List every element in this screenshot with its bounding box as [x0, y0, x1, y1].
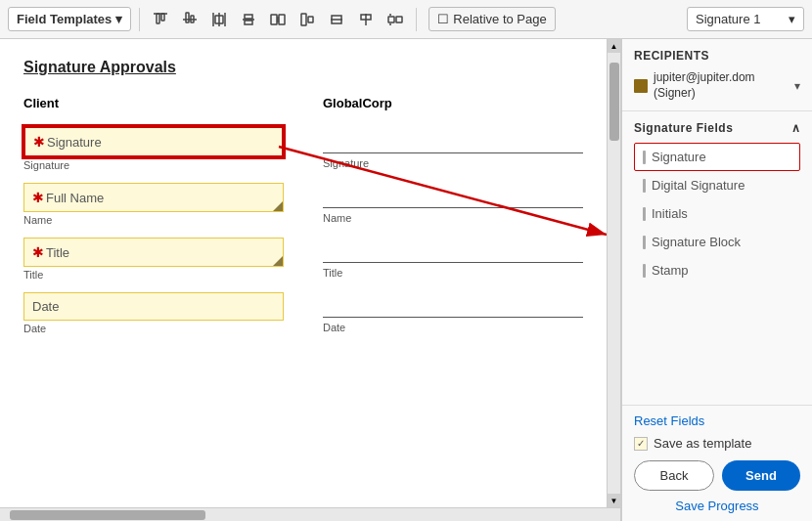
toolbar-icon-3[interactable] [206, 8, 232, 31]
sig-field-initials-label: Initials [652, 206, 688, 221]
back-button[interactable]: Back [634, 460, 714, 491]
toolbar-icon-5[interactable] [265, 8, 291, 31]
client-title-group: ✱ Title Title [23, 238, 284, 281]
svg-rect-16 [301, 14, 306, 25]
client-col-title: Client [23, 96, 284, 110]
relative-to-page-label: Relative to Page [453, 12, 546, 26]
client-name-group: ✱ Full Name Name [23, 183, 284, 226]
save-template-checkbox[interactable]: ✓ [634, 437, 648, 451]
recipient-role: (Signer) [654, 86, 789, 102]
scroll-thumb[interactable] [609, 63, 619, 141]
sig-field-stamp[interactable]: Stamp [634, 256, 800, 284]
vertical-scrollbar[interactable]: ▲ ▼ [607, 39, 620, 507]
gc-signature-label: Signature [323, 157, 583, 169]
client-date-value: Date [32, 299, 59, 314]
horizontal-scrollbar[interactable] [0, 507, 620, 521]
sig-field-stamp-label: Stamp [652, 263, 689, 278]
client-signature-field[interactable]: ✱ Signature [23, 126, 284, 157]
gc-name-group: Name [323, 181, 583, 224]
client-signature-label: Signature [23, 159, 284, 171]
client-signature-group: ✱ Signature Signature [23, 126, 284, 171]
divider2 [416, 8, 417, 31]
client-name-value: Full Name [46, 191, 104, 205]
drag-handle3 [643, 207, 646, 221]
collapse-icon[interactable]: ∧ [791, 121, 801, 135]
drag-handle [643, 151, 646, 164]
toolbar-icon-1[interactable] [148, 8, 173, 31]
save-template-label: Save as template [654, 436, 751, 451]
toolbar-icon-9[interactable] [383, 8, 408, 31]
drag-handle5 [643, 264, 646, 278]
toolbar-icon-7[interactable] [324, 8, 349, 31]
signature-fields-section: Signature Fields ∧ Signature Digital Sig… [622, 111, 812, 405]
h-scroll-thumb[interactable] [10, 510, 205, 520]
client-signature-value: Signature [47, 135, 102, 150]
signature-dropdown[interactable]: Signature 1 ▾ [687, 7, 804, 31]
recipients-section: RECIPIENTS jupiter@jupiter.dom (Signer) … [622, 39, 812, 111]
sig-field-digital[interactable]: Digital Signature [634, 171, 800, 199]
scroll-up-btn[interactable]: ▲ [608, 39, 620, 53]
recipient-email: jupiter@jupiter.dom [654, 70, 789, 86]
recipient-avatar [634, 79, 648, 93]
recipients-header: RECIPIENTS [634, 49, 800, 63]
svg-rect-12 [245, 21, 252, 24]
sig-field-signature-label: Signature [652, 150, 706, 164]
document-columns: Client ✱ Signature Signature [23, 96, 583, 346]
save-template-row: ✓ Save as template [634, 436, 800, 451]
toolbar-icon-8[interactable] [353, 8, 379, 31]
sig-field-block-label: Signature Block [652, 235, 741, 249]
scroll-track [608, 53, 620, 494]
scroll-down-btn[interactable]: ▼ [608, 494, 620, 507]
svg-rect-2 [161, 14, 164, 21]
svg-rect-13 [271, 15, 277, 24]
field-templates-label: Field Templates [17, 12, 112, 26]
send-button[interactable]: Send [722, 460, 800, 491]
svg-rect-3 [186, 13, 189, 22]
gc-date-group: Date [323, 290, 583, 333]
client-date-group: Date Date [23, 292, 284, 334]
recipients-title: RECIPIENTS [634, 49, 709, 63]
document-scroll[interactable]: Signature Approvals Client ✱ Signature S… [0, 39, 607, 507]
recipient-expand-icon[interactable]: ▾ [794, 79, 800, 93]
sig-field-block[interactable]: Signature Block [634, 228, 800, 256]
toolbar-icon-4[interactable] [236, 8, 261, 31]
svg-rect-23 [396, 17, 402, 22]
page-icon: ☐ [437, 12, 449, 26]
save-progress-link[interactable]: Save Progress [634, 499, 800, 513]
sig-field-digital-label: Digital Signature [652, 178, 744, 193]
checkbox-icon: ✓ [637, 438, 645, 449]
required-star2: ✱ [32, 190, 44, 205]
svg-rect-11 [245, 15, 252, 19]
signature-dropdown-label: Signature 1 [696, 12, 761, 26]
gc-date-label: Date [323, 322, 583, 333]
client-title-field[interactable]: ✱ Title [23, 238, 284, 267]
signature-fields-header: Signature Fields ∧ [634, 121, 800, 135]
globalcorp-col-title: GlobalCorp [323, 96, 583, 110]
gc-title-label: Title [323, 267, 583, 279]
field-templates-button[interactable]: Field Templates ▾ [8, 7, 131, 31]
client-column: Client ✱ Signature Signature [23, 96, 284, 346]
svg-rect-22 [388, 17, 394, 22]
sig-field-signature[interactable]: Signature [634, 143, 800, 171]
right-panel: RECIPIENTS jupiter@jupiter.dom (Signer) … [621, 39, 812, 521]
recipient-row: jupiter@jupiter.dom (Signer) ▾ [634, 70, 800, 101]
gc-date-field [323, 290, 583, 318]
toolbar-icon-6[interactable] [294, 8, 320, 31]
signature-dropdown-arrow: ▾ [789, 12, 795, 26]
sig-field-initials[interactable]: Initials [634, 199, 800, 228]
drag-handle2 [643, 179, 646, 193]
gc-signature-group: Signature [323, 126, 583, 169]
reset-fields-link[interactable]: Reset Fields [634, 413, 800, 428]
client-name-field[interactable]: ✱ Full Name [23, 183, 284, 212]
client-date-label: Date [23, 323, 284, 334]
drag-handle4 [643, 236, 646, 249]
gc-name-field [323, 181, 583, 208]
client-date-field[interactable]: Date [23, 292, 284, 321]
required-star: ✱ [33, 134, 45, 150]
relative-to-page-button[interactable]: ☐ Relative to Page [429, 7, 555, 31]
corner-marker2 [273, 256, 283, 266]
document-area: Signature Approvals Client ✱ Signature S… [0, 39, 621, 521]
gc-signature-field [323, 126, 583, 153]
divider1 [139, 8, 140, 31]
toolbar-icon-2[interactable] [177, 8, 203, 31]
